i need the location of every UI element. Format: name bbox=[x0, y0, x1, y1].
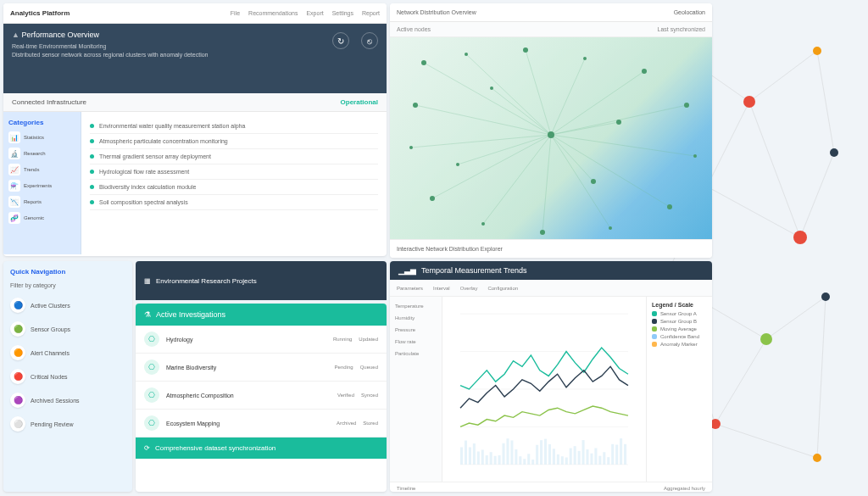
map-panel: Network Distribution Overview Geolocatio… bbox=[390, 3, 712, 258]
svg-point-45 bbox=[465, 53, 468, 56]
quicknav-item[interactable]: 🔵Active Clusters bbox=[3, 293, 132, 317]
quick-nav-panel: Quick Navigation Filter by category 🔵Act… bbox=[3, 261, 132, 492]
legend-swatch bbox=[652, 326, 657, 332]
param-item[interactable]: Humidity bbox=[395, 315, 437, 320]
svg-line-2 bbox=[707, 102, 749, 187]
hero-banner: ▲ Performance Overview Real-time Environ… bbox=[3, 24, 387, 93]
svg-point-53 bbox=[540, 230, 545, 235]
brand-label: Analytics Platform bbox=[10, 9, 70, 17]
quicknav-item[interactable]: 🔴Critical Nodes bbox=[3, 365, 132, 388]
quicknav-item[interactable]: 🟠Alert Channels bbox=[3, 341, 132, 365]
svg-rect-84 bbox=[531, 460, 534, 465]
trends-panel: ▁▃▅ Temporal Measurement Trends Paramete… bbox=[390, 261, 712, 492]
sidebar-item[interactable]: ⚗️Experiments bbox=[8, 180, 75, 192]
list-row[interactable]: Atmospheric particulate concentration mo… bbox=[90, 134, 378, 149]
quicknav-item[interactable]: 🟣Archived Sessions bbox=[3, 388, 132, 412]
tab-export[interactable]: Export bbox=[306, 10, 323, 16]
svg-line-31 bbox=[551, 135, 695, 156]
link-icon[interactable]: ⎋ bbox=[361, 32, 378, 49]
sidebar-item[interactable]: 📉Reports bbox=[8, 196, 75, 208]
category-label: Statistics bbox=[24, 135, 44, 140]
svg-point-15 bbox=[743, 96, 755, 108]
list-row[interactable]: Soil composition spectral analysis bbox=[90, 195, 378, 210]
tab-config[interactable]: Configuration bbox=[487, 286, 518, 291]
tab-report[interactable]: Report bbox=[362, 10, 380, 16]
refresh-icon[interactable]: ↻ bbox=[332, 32, 349, 49]
list-row[interactable]: Thermal gradient sensor array deployment bbox=[90, 149, 378, 164]
sidebar-item[interactable]: 📈Trends bbox=[8, 164, 75, 176]
section-header: Connected Infrastructure Operational bbox=[3, 93, 387, 112]
svg-rect-93 bbox=[570, 449, 572, 465]
nav-icon: 🟣 bbox=[10, 393, 25, 408]
row-text: Atmospheric particulate concentration mo… bbox=[99, 138, 228, 144]
project-status2: Updated bbox=[359, 337, 378, 342]
nav-icon: 🔵 bbox=[10, 298, 25, 313]
project-icon: ⎔ bbox=[144, 415, 159, 431]
svg-rect-92 bbox=[565, 458, 568, 465]
quicknav-title: Quick Navigation bbox=[3, 261, 132, 282]
param-item[interactable]: Particulate bbox=[395, 351, 437, 356]
project-row[interactable]: ⎔Ecosystem MappingArchivedStored bbox=[136, 410, 387, 437]
map-sub-left: Active nodes bbox=[397, 26, 431, 32]
foot-left: Timeline bbox=[397, 486, 415, 491]
svg-point-49 bbox=[684, 103, 689, 108]
svg-rect-89 bbox=[553, 449, 555, 465]
project-status2: Synced bbox=[361, 393, 378, 398]
list-row[interactable]: Environmental water quality measurement … bbox=[90, 119, 378, 134]
legend-panel: Legend / Scale Sensor Group ASensor Grou… bbox=[646, 297, 712, 482]
project-row[interactable]: ⎔HydrologyRunningUpdated bbox=[136, 326, 387, 354]
svg-line-8 bbox=[715, 339, 766, 424]
param-item[interactable]: Flow rate bbox=[395, 339, 437, 344]
flask-icon: ⚗ bbox=[144, 310, 151, 319]
svg-rect-85 bbox=[536, 445, 538, 465]
projects-footer[interactable]: ⟳ Comprehensive dataset synchronization bbox=[136, 437, 387, 459]
svg-rect-76 bbox=[498, 455, 501, 465]
quicknav-item[interactable]: 🟢Sensor Groups bbox=[3, 317, 132, 341]
sidebar-item[interactable]: 🔬Research bbox=[8, 148, 75, 159]
svg-rect-81 bbox=[519, 456, 521, 465]
tab-settings[interactable]: Settings bbox=[332, 10, 353, 16]
status-dot bbox=[90, 154, 94, 159]
svg-point-57 bbox=[413, 103, 418, 108]
param-item[interactable]: Pressure bbox=[395, 327, 437, 332]
tab-file[interactable]: File bbox=[231, 10, 240, 16]
projects-header: ▦ Environmental Research Projects bbox=[136, 261, 387, 300]
svg-line-26 bbox=[466, 54, 551, 135]
tab-overlay[interactable]: Overlay bbox=[460, 286, 478, 291]
status-badge: Operational bbox=[341, 98, 378, 106]
quicknav-sub: Filter by category bbox=[3, 282, 132, 293]
project-row[interactable]: ⎔Marine BiodiversityPendingQueued bbox=[136, 354, 387, 382]
status-dot bbox=[90, 200, 94, 204]
tab-params[interactable]: Parameters bbox=[397, 286, 423, 291]
row-text: Hydrological flow rate assessment bbox=[99, 169, 189, 175]
project-row[interactable]: ⎔Atmospheric CompositionVerifiedSynced bbox=[136, 382, 387, 410]
line-chart[interactable] bbox=[442, 297, 646, 482]
svg-rect-102 bbox=[607, 457, 609, 465]
project-name: Hydrology bbox=[166, 337, 326, 343]
svg-line-42 bbox=[551, 135, 593, 181]
category-sidebar: Categories 📊Statistics🔬Research📈Trends⚗️… bbox=[3, 112, 81, 254]
sidebar-item[interactable]: 📊Statistics bbox=[8, 131, 75, 143]
list-row[interactable]: Hydrological flow rate assessment bbox=[90, 164, 378, 180]
list-row[interactable]: Biodiversity index calculation module bbox=[90, 180, 378, 195]
sidebar-item[interactable]: 🧬Genomic bbox=[8, 212, 75, 224]
legend-label: Confidence Band bbox=[660, 334, 699, 339]
svg-rect-91 bbox=[561, 456, 564, 465]
svg-line-38 bbox=[415, 105, 551, 135]
map-sub-right: Last synchronized bbox=[658, 26, 705, 32]
network-map[interactable] bbox=[390, 37, 712, 239]
quicknav-item[interactable]: ⚪Pending Review bbox=[3, 412, 132, 436]
tab-recommend[interactable]: Recommendations bbox=[248, 10, 298, 16]
nav-label: Sensor Groups bbox=[31, 326, 70, 332]
svg-rect-90 bbox=[557, 454, 559, 465]
svg-rect-80 bbox=[515, 449, 517, 465]
param-item[interactable]: Temperature bbox=[395, 304, 437, 309]
project-status1: Verified bbox=[337, 393, 354, 398]
svg-point-54 bbox=[481, 222, 485, 226]
nav-label: Archived Sessions bbox=[31, 398, 80, 404]
svg-point-16 bbox=[813, 47, 821, 55]
svg-rect-105 bbox=[620, 438, 622, 465]
row-list: Environmental water quality measurement … bbox=[81, 112, 387, 254]
tab-interval[interactable]: Interval bbox=[433, 286, 450, 291]
svg-point-61 bbox=[591, 179, 596, 184]
